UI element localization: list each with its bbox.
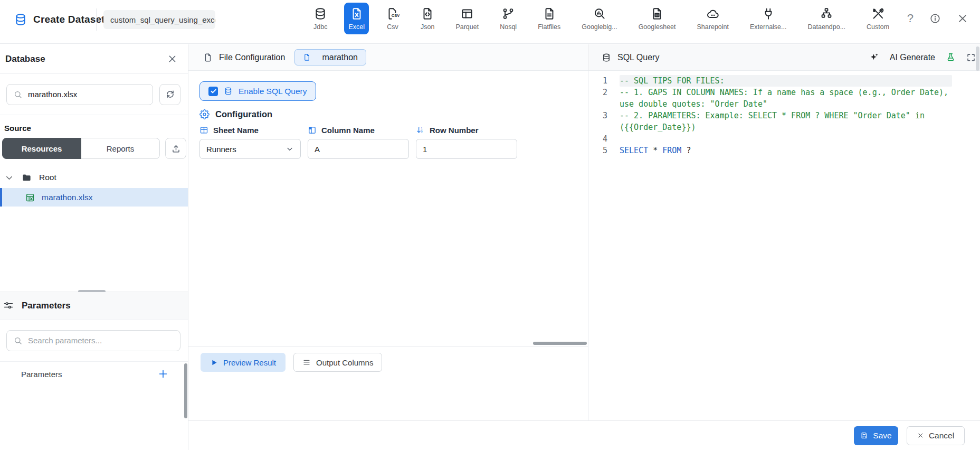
close-sidebar-icon[interactable]	[167, 54, 177, 64]
parameters-title: Parameters	[22, 301, 71, 311]
sidebar-scrollbar-thumb[interactable]	[184, 363, 187, 418]
source-label: Flatfiles	[538, 23, 560, 31]
sql-panel-header: SQL Query AI Generate	[588, 44, 980, 71]
sql-panel-title: SQL Query	[617, 53, 659, 62]
ai-generate-button[interactable]: AI Generate	[869, 52, 935, 62]
info-icon[interactable]	[929, 13, 941, 24]
source-label: Sharepoint	[697, 23, 729, 31]
code-text: -- SQL TIPS FOR FILES:	[620, 75, 952, 87]
code-line-1: 1-- SQL TIPS FOR FILES:	[595, 75, 980, 87]
line-number: 4	[595, 133, 607, 145]
config-actions-row: Preview Result Output Columns	[201, 353, 382, 372]
tab-reports[interactable]: Reports	[81, 138, 160, 159]
expand-icon[interactable]	[966, 53, 976, 62]
tab-marathon-file[interactable]: marathon	[294, 49, 366, 65]
source-custom[interactable]: Custom	[862, 3, 893, 34]
add-parameter-button[interactable]	[157, 368, 169, 380]
json-file-icon	[421, 7, 434, 21]
topbar-actions: ?	[907, 13, 968, 24]
column-name-input[interactable]: A	[308, 139, 409, 159]
source-excel[interactable]: Excel	[344, 3, 369, 34]
file-icon	[303, 53, 311, 61]
save-floppy-icon	[860, 432, 868, 439]
config-panel-header: File Configuration marathon	[188, 44, 588, 71]
parameters-search-row	[0, 320, 188, 362]
x-icon	[917, 432, 924, 439]
tree-item-marathon-xlsx[interactable]: marathon.xlsx	[0, 188, 188, 207]
source-label: Json	[421, 23, 434, 31]
parquet-table-icon	[460, 7, 474, 21]
upload-icon	[171, 144, 181, 154]
code-line-2: 2-- 1. GAPS IN COLUMN NAMES: If a name h…	[595, 87, 980, 110]
code-text: SELECT * FROM ?	[620, 145, 952, 156]
sliders-icon	[3, 301, 14, 311]
source-nosql[interactable]: Nosql	[496, 3, 521, 34]
row-number-input[interactable]: 1	[416, 139, 517, 159]
flask-icon[interactable]	[946, 52, 956, 62]
field-label: Sheet Name	[199, 124, 301, 136]
save-button[interactable]: Save	[854, 426, 898, 445]
cancel-button[interactable]: Cancel	[907, 426, 965, 445]
refresh-button[interactable]	[159, 84, 180, 105]
window-scrollbar-thumb[interactable]	[976, 46, 979, 71]
source-externalse[interactable]: Externalse...	[746, 3, 791, 34]
source-section-label: Source	[4, 124, 31, 133]
source-label: Csv	[387, 23, 398, 31]
search-icon	[13, 336, 23, 345]
source-csv[interactable]: CSVCsv	[382, 3, 404, 34]
sheet-name-select[interactable]: Runners	[199, 139, 301, 159]
tree-item-root[interactable]: Root	[0, 168, 188, 187]
source-label: Dataendpo...	[807, 23, 845, 31]
database-search-field[interactable]	[28, 90, 146, 99]
field-sheet-name: Sheet NameRunners	[199, 124, 301, 159]
parameters-search-input[interactable]	[6, 330, 180, 351]
googlesheet-grid-icon	[650, 7, 664, 21]
source-flatfiles[interactable]: Flatfiles	[534, 3, 565, 34]
database-search-input[interactable]	[6, 84, 153, 105]
tab-resources[interactable]: Resources	[2, 138, 81, 159]
file-configuration-panel: File Configuration marathon Enable SQL Q…	[188, 44, 588, 450]
source-label: Googlesheet	[639, 23, 676, 31]
sidebar-title: Database	[5, 54, 45, 64]
custom-tools-icon	[871, 7, 885, 21]
source-sharepoint[interactable]: Sharepoint	[693, 3, 733, 34]
source-googlesheet[interactable]: Googlesheet	[634, 3, 680, 34]
app-brand: Create Dataset	[14, 13, 105, 26]
column-icon	[308, 126, 317, 135]
preview-result-button[interactable]: Preview Result	[201, 353, 286, 372]
parameters-header: Parameters	[0, 292, 188, 320]
help-button[interactable]: ?	[907, 13, 914, 24]
code-line-5: 5SELECT * FROM ?	[595, 145, 980, 156]
tree-file-label: marathon.xlsx	[42, 193, 92, 202]
enable-sql-query-toggle[interactable]: Enable SQL Query	[199, 81, 316, 101]
enable-sql-checkbox[interactable]	[208, 87, 218, 96]
sql-toolbar: AI Generate	[869, 52, 980, 62]
horizontal-scrollbar-thumb[interactable]	[533, 342, 587, 345]
dataset-name-text: custom_sql_query_using_exce	[110, 15, 215, 24]
jdbc-database-icon	[313, 7, 327, 21]
check-icon	[210, 88, 217, 95]
source-parquet[interactable]: Parquet	[451, 3, 483, 34]
sheet-table-icon	[199, 126, 208, 135]
source-label: Excel	[348, 23, 365, 31]
upload-button[interactable]	[165, 138, 186, 159]
chevron-down-icon[interactable]	[4, 173, 14, 183]
database-icon	[602, 53, 611, 62]
top-bar: Create Dataset custom_sql_query_using_ex…	[0, 0, 980, 44]
configuration-fields: Sheet NameRunnersColumn NameA19Row Numbe…	[199, 124, 517, 159]
config-header-title: File Configuration	[219, 53, 285, 62]
sql-editor[interactable]: 1-- SQL TIPS FOR FILES:2-- 1. GAPS IN CO…	[588, 71, 980, 420]
sql-query-panel: SQL Query AI Generate 1-- SQL TIPS FOR F…	[588, 44, 980, 420]
list-icon	[302, 358, 311, 367]
chevron-down-icon	[286, 145, 294, 153]
csv-file-icon: CSV	[386, 7, 399, 21]
close-icon[interactable]	[957, 13, 968, 24]
dataset-name-field[interactable]: custom_sql_query_using_exce	[103, 10, 215, 29]
source-dataendpo[interactable]: Dataendpo...	[803, 3, 850, 34]
source-jdbc[interactable]: Jdbc	[309, 3, 331, 34]
output-columns-button[interactable]: Output Columns	[293, 353, 382, 372]
parameters-search-field[interactable]	[28, 336, 174, 345]
field-label: Column Name	[308, 124, 409, 136]
source-googlebig[interactable]: Googlebig...	[577, 3, 621, 34]
source-json[interactable]: Json	[416, 3, 439, 34]
